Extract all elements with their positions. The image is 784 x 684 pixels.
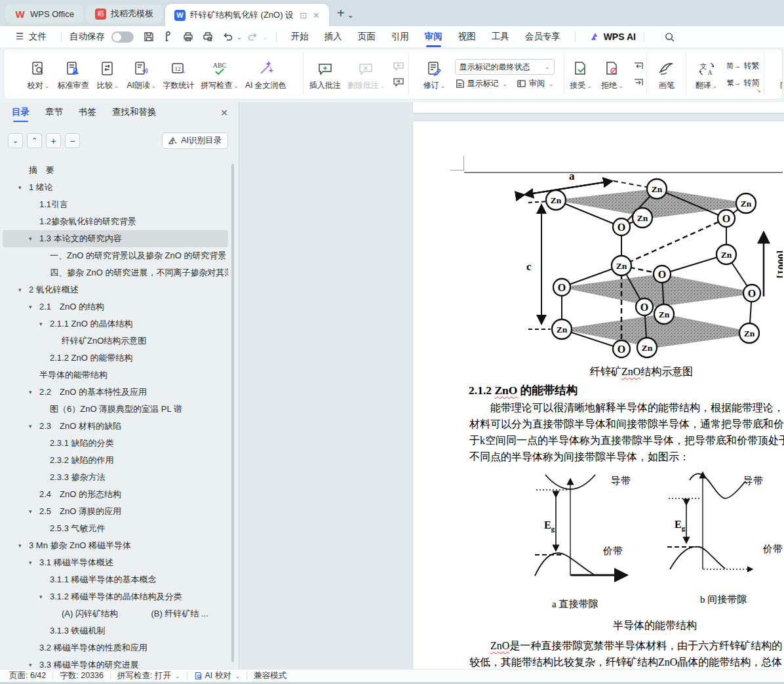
toc-item[interactable]: 摘 要 xyxy=(3,162,228,179)
toc-item[interactable]: 半导体的能带结构 xyxy=(3,367,228,384)
ai-polish-button[interactable]: AI 全文润色 xyxy=(243,57,289,91)
band-structure-figure[interactable]: 导带 价带 Eg a 直接带隙 导带 价带 E xyxy=(511,470,784,635)
redo-chevron-icon[interactable]: ⌄ xyxy=(262,33,267,41)
tab-catalog[interactable]: 目录 xyxy=(12,106,29,123)
tab-find-replace[interactable]: 查找和替换 xyxy=(112,106,157,123)
toc-item[interactable]: 纤锌矿ZnO结构示意图 xyxy=(3,332,228,350)
toc-item[interactable]: 图（6）ZnO 薄膜典型的室温 PL 谱 xyxy=(3,401,228,418)
toc-item[interactable]: 2.3.2 缺陷的作用 xyxy=(3,452,228,469)
expand-arrow-icon[interactable]: ▾ xyxy=(29,662,39,668)
menu-membership[interactable]: 会员专享 xyxy=(519,28,567,45)
tab-chapters[interactable]: 章节 xyxy=(45,106,63,123)
toc-item[interactable]: 3.1.3 铁磁机制 xyxy=(3,622,228,639)
menu-insert[interactable]: 插入 xyxy=(318,28,349,45)
toc-item[interactable]: ▾2.1.1 ZnO 的晶体结构 xyxy=(3,315,228,332)
expand-arrow-icon[interactable]: ▾ xyxy=(39,321,50,327)
expand-arrow-icon[interactable]: ▾ xyxy=(29,389,39,395)
wps-ai-button[interactable]: WPS AI xyxy=(590,31,636,42)
toc-item[interactable]: ▾3.1.2 稀磁半导体的晶体结构及分类 xyxy=(3,588,228,605)
toc-item[interactable]: (A) 闪锌矿结构 (B) 纤锌矿结 ... xyxy=(3,605,228,622)
expand-level-button[interactable]: + xyxy=(46,133,61,148)
expand-arrow-icon[interactable]: ▾ xyxy=(18,542,29,549)
spell-check-status[interactable]: 拼写检查: 打开⌄ xyxy=(117,670,180,681)
print-icon[interactable] xyxy=(180,29,197,45)
accept-button[interactable]: 接受⌄ xyxy=(566,57,596,91)
tab-bookmarks[interactable]: 书签 xyxy=(79,106,96,123)
document-page[interactable]: ZnZnZnZnOOZnZnOOOOZnZnZnOZn a c [0001] 纤… xyxy=(413,121,784,669)
ai-proofread-status[interactable]: AI 校对⌄ xyxy=(194,670,241,681)
expand-arrow-icon[interactable]: ▾ xyxy=(18,287,29,293)
show-markup-button[interactable]: 显示标记⌄ xyxy=(455,78,508,89)
toc-item[interactable]: 3.2 稀磁半导体的性质和应用 xyxy=(3,639,228,656)
redo-icon[interactable] xyxy=(245,29,262,45)
expand-arrow-icon[interactable]: ▾ xyxy=(29,423,39,430)
toc-item[interactable]: 2.5.3 气敏元件 xyxy=(3,520,228,537)
save-icon[interactable] xyxy=(140,29,157,45)
spell-check-button[interactable]: ABC 拼写检查⌄ xyxy=(198,57,241,91)
wurtzite-structure-figure[interactable]: ZnZnZnZnOOZnZnOOOOZnZnZnOZn a c [0001] xyxy=(464,172,783,367)
restrict-editing-button[interactable]: 限制 xyxy=(773,57,783,91)
ai-recognize-toc-button[interactable]: AI识别目录 xyxy=(162,132,228,149)
expand-arrow-icon[interactable]: ▾ xyxy=(29,304,39,310)
toc-item[interactable]: 四、掺杂 ZnO 的研究进展，不同离子掺杂对其薄... xyxy=(3,264,228,281)
search-icon[interactable] xyxy=(661,29,678,45)
translate-button[interactable]: 文A 翻译⌄ xyxy=(692,57,722,91)
tab-docer-templates[interactable]: 稻 找稻壳模板 xyxy=(86,5,163,23)
menu-page[interactable]: 页面 xyxy=(351,28,382,45)
toc-item[interactable]: 1.1引言 xyxy=(3,196,228,213)
menu-tools[interactable]: 工具 xyxy=(485,28,516,45)
track-changes-button[interactable]: 修订⌄ xyxy=(420,57,450,91)
toc-item[interactable]: 2.4 ZnO 的形态结构 xyxy=(3,486,228,503)
expand-arrow-icon[interactable]: ▾ xyxy=(29,235,39,242)
undo-chevron-icon[interactable]: ⌄ xyxy=(237,33,242,41)
tab-wps-home[interactable]: W WPS Office xyxy=(5,5,83,23)
collapse-level-button[interactable]: − xyxy=(65,133,80,148)
new-tab-button[interactable]: + xyxy=(337,6,345,21)
menu-view[interactable]: 视图 xyxy=(452,28,482,45)
menu-review-active[interactable]: 审阅 xyxy=(418,28,449,45)
toc-item[interactable]: 1.2掺杂氧化锌的研究背景 xyxy=(3,213,228,230)
proofread-button[interactable]: 校对⌄ xyxy=(23,57,53,91)
compare-button[interactable]: 比较⌄ xyxy=(92,57,123,91)
tab-list-chevron-icon[interactable]: ⌄ xyxy=(347,10,354,20)
traditional-to-simplified-button[interactable]: 繁→ 转简 xyxy=(727,77,760,89)
undo-icon[interactable] xyxy=(219,29,236,45)
previous-comment-icon[interactable] xyxy=(391,60,406,72)
toc-item[interactable]: ▾2.3 ZnO 材料的缺陷 xyxy=(3,418,228,435)
reject-button[interactable]: 拒绝⌄ xyxy=(597,57,627,91)
close-sidebar-icon[interactable]: ✕ xyxy=(220,108,228,118)
insert-comment-button[interactable]: 插入批注 xyxy=(307,57,343,91)
toc-item[interactable]: ▾1 绪论 xyxy=(3,179,228,196)
page-indicator[interactable]: 页面: 6/42 xyxy=(9,670,46,681)
toc-item[interactable]: 3.1.1 稀磁半导体的基本概念 xyxy=(3,571,228,588)
toc-item[interactable]: ▾2.2 ZnO 的基本特性及应用 xyxy=(3,384,228,401)
sidebar-scrollbar[interactable] xyxy=(231,164,234,662)
toc-item[interactable]: ▾2.1 ZnO 的结构 xyxy=(3,298,228,315)
next-revision-icon[interactable] xyxy=(631,76,646,88)
tab-document-active[interactable]: W 纤锌矿结构氧化锌 (ZnO) 设 ⊡ ✕ xyxy=(165,4,329,26)
document-area[interactable]: ZnZnZnZnOOZnZnOOOOZnZnZnOZn a c [0001] 纤… xyxy=(239,102,784,669)
close-tab-icon[interactable]: ✕ xyxy=(313,10,320,20)
previous-revision-icon[interactable] xyxy=(631,60,646,72)
expand-arrow-icon[interactable]: ▾ xyxy=(39,593,50,600)
delete-comment-button[interactable]: 删除批注⌄ xyxy=(345,57,388,91)
next-comment-icon[interactable] xyxy=(391,76,406,88)
toc-item[interactable]: ▾3.3 稀磁半导体的研究进展 xyxy=(3,656,228,669)
ai-read-aloud-button[interactable]: AI朗读⌄ xyxy=(124,57,159,91)
word-count-button[interactable]: 12+ 字数统计 xyxy=(160,57,197,91)
expand-arrow-icon[interactable]: ▾ xyxy=(18,184,29,191)
screen-share-icon[interactable]: ⊡ xyxy=(300,10,307,20)
toc-item[interactable]: 一、ZnO 的研究背景以及掺杂 ZnO 的研究背景 ... xyxy=(3,247,228,264)
ink-brush-button[interactable]: 画笔 xyxy=(652,57,682,91)
file-menu[interactable]: ☰ 文件 xyxy=(9,28,53,45)
toc-item[interactable]: ▾2.5 ZnO 薄膜的应用 xyxy=(3,503,228,520)
expand-arrow-icon[interactable]: ▾ xyxy=(29,508,39,515)
toc-item[interactable]: ▾3.1 稀磁半导体概述 xyxy=(3,554,228,571)
toc-item[interactable]: ▾1.3 本论文的研究内容 xyxy=(3,230,228,247)
toc-item[interactable]: 2.1.2 ZnO 的能带结构 xyxy=(3,350,228,367)
collapse-all-button[interactable]: ⌄ xyxy=(8,133,23,148)
export-pdf-icon[interactable] xyxy=(160,29,177,45)
menu-reference[interactable]: 引用 xyxy=(385,28,416,45)
expand-arrow-icon[interactable]: ▾ xyxy=(29,559,39,566)
menu-start[interactable]: 开始 xyxy=(284,28,315,45)
